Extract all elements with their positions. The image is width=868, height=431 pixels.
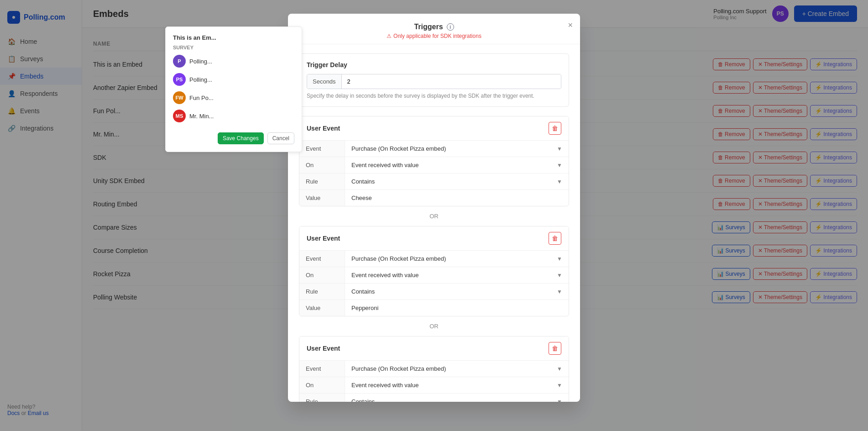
- modal-overlay[interactable]: This is an Em... SURVEY P Polling... PS …: [0, 0, 868, 431]
- embed-side-panel: This is an Em... SURVEY P Polling... PS …: [165, 26, 302, 152]
- chevron-icon: ▼: [557, 366, 562, 372]
- on-value[interactable]: Event received with value ▼: [345, 377, 569, 393]
- value-input[interactable]: [351, 305, 562, 311]
- trigger-delay-section: Trigger Delay Seconds Specify the delay …: [299, 53, 569, 107]
- trigger-delay-title: Trigger Delay: [307, 61, 561, 68]
- chevron-icon: ▼: [557, 382, 562, 389]
- value-input-wrapper[interactable]: [345, 300, 569, 316]
- delay-label: Seconds: [307, 74, 342, 89]
- value-label: Value: [299, 190, 345, 206]
- survey-section-label: SURVEY: [173, 45, 294, 50]
- event-value[interactable]: Purchase (On Rocket Pizza embed) ▼: [345, 251, 569, 267]
- event-row-event: Event Purchase (On Rocket Pizza embed) ▼: [299, 360, 569, 377]
- modal-subtitle: ⚠ Only applicable for SDK integrations: [299, 33, 569, 39]
- on-value[interactable]: Event received with value ▼: [345, 157, 569, 173]
- event-row-on: On Event received with value ▼: [299, 157, 569, 173]
- survey-avatar: P: [173, 55, 186, 68]
- rule-value[interactable]: Contains ▼: [345, 173, 569, 189]
- event-row-rule: Rule Contains ▼: [299, 283, 569, 300]
- triggers-modal: Triggers i ⚠ Only applicable for SDK int…: [288, 14, 580, 402]
- on-label: On: [299, 157, 345, 173]
- on-label: On: [299, 267, 345, 283]
- user-event-header: User Event 🗑: [299, 336, 569, 360]
- survey-list-item: P Polling...: [173, 52, 294, 70]
- event-row-rule: Rule Contains ▼: [299, 393, 569, 402]
- modal-close-button[interactable]: ×: [568, 21, 573, 29]
- rule-label: Rule: [299, 394, 345, 402]
- rule-value[interactable]: Contains ▼: [345, 394, 569, 402]
- survey-name: Polling...: [189, 58, 212, 65]
- delay-description: Specify the delay in seconds before the …: [307, 93, 561, 99]
- user-events-container: User Event 🗑 Event Purchase (On Rocket P…: [299, 116, 569, 402]
- user-event-header: User Event 🗑: [299, 226, 569, 250]
- warning-icon: ⚠: [387, 33, 392, 39]
- survey-name: Mr. Min...: [189, 113, 214, 120]
- rule-label: Rule: [299, 284, 345, 300]
- survey-list-item: MS Mr. Min...: [173, 107, 294, 125]
- survey-name: Fun Po...: [189, 95, 214, 101]
- user-event-title: User Event: [307, 235, 340, 242]
- delay-input-row: Seconds: [307, 74, 561, 89]
- info-icon: i: [447, 23, 454, 31]
- event-row-rule: Rule Contains ▼: [299, 173, 569, 189]
- event-value[interactable]: Purchase (On Rocket Pizza embed) ▼: [345, 361, 569, 377]
- side-panel-title: This is an Em...: [173, 34, 294, 41]
- user-event-title: User Event: [307, 125, 340, 132]
- or-divider: OR: [299, 213, 569, 220]
- event-label: Event: [299, 361, 345, 377]
- value-input-wrapper[interactable]: [345, 190, 569, 206]
- rule-label: Rule: [299, 173, 345, 189]
- event-label: Event: [299, 141, 345, 157]
- modal-body: Trigger Delay Seconds Specify the delay …: [288, 44, 580, 402]
- save-triggers-button[interactable]: Save Changes: [218, 132, 264, 144]
- survey-list: P Polling... PS Polling... FW Fun Po... …: [173, 52, 294, 125]
- chevron-icon: ▼: [557, 179, 562, 185]
- rule-value[interactable]: Contains ▼: [345, 284, 569, 300]
- survey-avatar: FW: [173, 91, 186, 104]
- cancel-button-side[interactable]: Cancel: [267, 132, 294, 144]
- survey-avatar: MS: [173, 110, 186, 122]
- delete-user-event-button[interactable]: 🗑: [549, 122, 561, 135]
- event-value[interactable]: Purchase (On Rocket Pizza embed) ▼: [345, 141, 569, 157]
- event-row-event: Event Purchase (On Rocket Pizza embed) ▼: [299, 250, 569, 267]
- on-label: On: [299, 377, 345, 393]
- event-row-value: Value: [299, 300, 569, 316]
- delete-user-event-button[interactable]: 🗑: [549, 342, 561, 355]
- event-label: Event: [299, 251, 345, 267]
- chevron-icon: ▼: [557, 272, 562, 279]
- or-divider: OR: [299, 323, 569, 330]
- modal-title: Triggers i: [299, 23, 569, 31]
- chevron-icon: ▼: [557, 162, 562, 168]
- user-event-title: User Event: [307, 345, 340, 352]
- chevron-icon: ▼: [557, 399, 562, 402]
- user-event-header: User Event 🗑: [299, 116, 569, 140]
- modal-header: Triggers i ⚠ Only applicable for SDK int…: [288, 14, 580, 44]
- event-row-event: Event Purchase (On Rocket Pizza embed) ▼: [299, 140, 569, 157]
- survey-list-item: PS Polling...: [173, 70, 294, 89]
- user-event-block-0: User Event 🗑 Event Purchase (On Rocket P…: [299, 116, 569, 206]
- user-event-block-1: User Event 🗑 Event Purchase (On Rocket P…: [299, 226, 569, 316]
- chevron-icon: ▼: [557, 256, 562, 262]
- value-input[interactable]: [351, 194, 562, 201]
- event-row-on: On Event received with value ▼: [299, 267, 569, 283]
- on-value[interactable]: Event received with value ▼: [345, 267, 569, 283]
- survey-name: Polling...: [189, 76, 212, 83]
- delete-user-event-button[interactable]: 🗑: [549, 232, 561, 245]
- value-label: Value: [299, 300, 345, 316]
- delay-input[interactable]: [342, 74, 561, 89]
- survey-avatar: PS: [173, 73, 186, 86]
- user-event-block-2: User Event 🗑 Event Purchase (On Rocket P…: [299, 336, 569, 402]
- chevron-icon: ▼: [557, 146, 562, 152]
- event-row-on: On Event received with value ▼: [299, 377, 569, 393]
- survey-list-item: FW Fun Po...: [173, 89, 294, 107]
- event-row-value: Value: [299, 189, 569, 206]
- chevron-icon: ▼: [557, 289, 562, 295]
